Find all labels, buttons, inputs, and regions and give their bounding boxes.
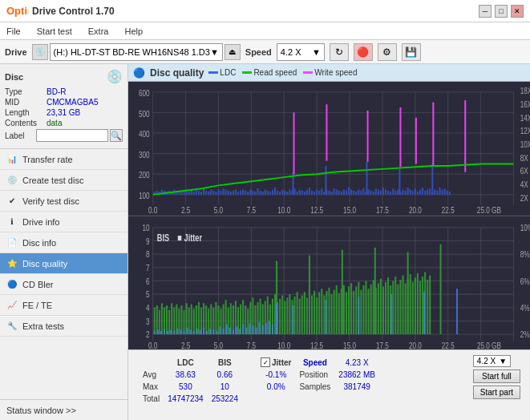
svg-rect-233	[166, 305, 168, 334]
sidebar-item-drive-info[interactable]: ℹ Drive info	[0, 212, 127, 232]
sidebar-item-label-cd-bler: CD Bler	[22, 280, 54, 289]
svg-rect-361	[200, 329, 201, 334]
samples-label: Samples	[296, 382, 334, 392]
svg-rect-133	[370, 191, 372, 195]
drive-selector[interactable]: (H:) HL-DT-ST BD-RE WH16NS48 1.D3 ▼	[50, 43, 223, 61]
svg-rect-345	[407, 252, 409, 334]
svg-rect-238	[178, 309, 180, 334]
svg-text:7.5: 7.5	[247, 340, 256, 349]
status-window-item[interactable]: Status window >>	[0, 399, 127, 420]
svg-text:2X: 2X	[520, 194, 528, 203]
create-test-disc-icon: 💿	[6, 175, 18, 186]
sidebar-item-disc-info[interactable]: 📄 Disc info	[0, 232, 127, 253]
jitter-checkbox[interactable]: ✓	[261, 357, 270, 367]
svg-rect-67	[208, 192, 209, 195]
svg-rect-246	[198, 301, 200, 333]
svg-rect-266	[247, 309, 249, 334]
svg-rect-332	[410, 274, 411, 334]
svg-rect-343	[342, 249, 343, 333]
svg-rect-78	[235, 189, 237, 194]
svg-rect-354	[176, 329, 178, 334]
svg-rect-111	[316, 189, 318, 194]
svg-text:22.5: 22.5	[442, 340, 455, 349]
start-full-button[interactable]: Start full	[473, 370, 520, 383]
max-label: Max	[140, 382, 163, 392]
refresh-button[interactable]: ↻	[330, 43, 349, 61]
svg-rect-309	[353, 290, 354, 333]
sidebar-item-transfer-rate[interactable]: 📊 Transfer rate	[0, 149, 127, 170]
svg-rect-159	[434, 189, 435, 194]
drivebar: Drive 💿 (H:) HL-DT-ST BD-RE WH16NS48 1.D…	[0, 40, 530, 64]
svg-rect-114	[323, 192, 325, 195]
sidebar-item-verify-test-disc[interactable]: ✔ Verify test disc	[0, 191, 127, 212]
svg-rect-172	[326, 104, 327, 160]
menu-file[interactable]: File	[3, 25, 24, 38]
svg-rect-336	[419, 281, 421, 334]
maximize-button[interactable]: □	[495, 5, 508, 18]
svg-rect-130	[362, 188, 364, 195]
svg-rect-175	[432, 103, 434, 166]
svg-rect-369	[226, 324, 228, 333]
drive-icon: 💿	[32, 44, 48, 60]
menu-start-test[interactable]: Start test	[34, 25, 75, 38]
sidebar-item-cd-bler[interactable]: 🔵 CD Bler	[0, 274, 127, 295]
svg-text:25.0 GB: 25.0 GB	[477, 340, 501, 349]
speed-dropdown[interactable]: 4.2 X ▼	[473, 355, 511, 367]
burn-button[interactable]: 🔴	[354, 43, 373, 61]
disc-label-row: Label 🔍	[5, 129, 123, 142]
disc-label-btn[interactable]: 🔍	[110, 129, 123, 142]
svg-rect-103	[297, 192, 298, 195]
svg-rect-134	[373, 192, 374, 195]
svg-rect-104	[299, 189, 301, 194]
sidebar-item-label-extra-tests: Extra tests	[22, 321, 64, 331]
svg-rect-381	[265, 323, 267, 334]
svg-rect-139	[385, 189, 386, 194]
svg-text:600: 600	[139, 89, 150, 98]
svg-rect-295	[318, 292, 320, 334]
svg-rect-382	[269, 321, 270, 334]
menu-extra[interactable]: Extra	[85, 25, 112, 38]
svg-rect-87	[257, 188, 259, 195]
svg-rect-157	[429, 188, 431, 195]
upper-chart-svg: 600 500 400 300 200 100 18X 16X 14X 12X …	[128, 82, 530, 216]
disc-info-icon: 📄	[6, 237, 18, 248]
sidebar-item-disc-quality[interactable]: ⭐ Disc quality	[0, 253, 127, 274]
disc-length-label: Length	[5, 108, 47, 117]
svg-rect-231	[161, 303, 163, 334]
sidebar: Disc 💿 Type BD-R MID CMCMAGBA5 Length 23…	[0, 64, 128, 420]
save-button[interactable]: 💾	[402, 43, 421, 61]
settings-button[interactable]: ⚙	[378, 43, 397, 61]
svg-rect-76	[230, 192, 232, 195]
svg-rect-312	[360, 289, 362, 334]
svg-rect-164	[447, 191, 448, 195]
svg-rect-154	[422, 188, 423, 195]
svg-rect-308	[350, 283, 352, 334]
close-button[interactable]: ✕	[511, 5, 524, 18]
chart-legend: LDC Read speed Write speed	[208, 68, 357, 77]
minimize-button[interactable]: ─	[479, 5, 492, 18]
svg-rect-346	[440, 244, 442, 333]
sidebar-menu: 📊 Transfer rate 💿 Create test disc ✔ Ver…	[0, 149, 127, 399]
svg-rect-121	[341, 192, 342, 195]
svg-rect-150	[412, 191, 414, 195]
eject-icon[interactable]: ⏏	[225, 44, 241, 60]
disc-mid-row: MID CMCMAGBA5	[5, 98, 123, 107]
svg-rect-95	[277, 191, 278, 195]
disc-label-input[interactable]	[36, 129, 108, 142]
sidebar-item-fe-te[interactable]: 📈 FE / TE	[0, 295, 127, 316]
speed-selector[interactable]: 4.2 X ▼	[277, 43, 325, 61]
svg-rect-372	[236, 326, 237, 334]
svg-rect-68	[210, 189, 212, 194]
menu-help[interactable]: Help	[121, 25, 146, 38]
svg-rect-73	[223, 188, 225, 195]
svg-rect-378	[255, 327, 257, 333]
svg-rect-350	[164, 329, 165, 334]
svg-rect-236	[173, 307, 175, 333]
svg-text:2.5: 2.5	[181, 340, 190, 349]
col-header-ldc: LDC	[164, 357, 207, 368]
svg-rect-143	[394, 191, 396, 195]
svg-rect-360	[196, 329, 198, 334]
sidebar-item-create-test-disc[interactable]: 💿 Create test disc	[0, 170, 127, 191]
sidebar-item-extra-tests[interactable]: 🔧 Extra tests	[0, 316, 127, 337]
start-part-button[interactable]: Start part	[473, 386, 520, 399]
